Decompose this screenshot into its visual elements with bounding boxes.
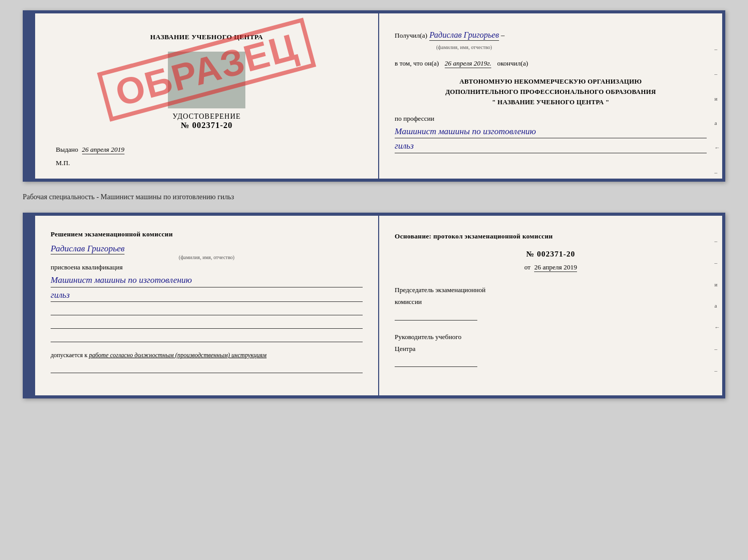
bottom-left-panel: Решением экзаменационной комиссии Радисл… bbox=[35, 216, 379, 395]
top-right-panel: Получил(а) Радислав Григорьев (фамилия, … bbox=[379, 13, 722, 179]
ot-date-line: от 26 апреля 2019 bbox=[395, 261, 707, 273]
predsedatel-block: Председатель экзаменационной комиссии bbox=[395, 284, 707, 321]
udostoverenie-block: УДОСТОВЕРЕНИЕ № 002371-20 bbox=[173, 113, 241, 130]
fio-label-bottom: (фамилия, имя, отчество) bbox=[51, 254, 363, 260]
org-block: АВТОНОМНУЮ НЕКОММЕРЧЕСКУЮ ОРГАНИЗАЦИЮ ДО… bbox=[395, 76, 707, 107]
rukovoditel-line2: Центра bbox=[395, 343, 707, 355]
dopuskaetsya-prefix: допускается к bbox=[51, 351, 87, 359]
completion-date: 26 апреля 2019г. bbox=[445, 59, 491, 68]
recipient-name-top: Радислав Григорьев bbox=[429, 30, 499, 41]
top-left-panel: НАЗВАНИЕ УЧЕБНОГО ЦЕНТРА УДОСТОВЕРЕНИЕ №… bbox=[35, 13, 379, 179]
org-line3: " НАЗВАНИЕ УЧЕБНОГО ЦЕНТРА " bbox=[395, 97, 707, 107]
section-label: Рабочая специальность - Машинист машины … bbox=[23, 191, 725, 203]
osnovanie-title: Основание: протокол экзаменационной коми… bbox=[395, 230, 707, 242]
profession-bottom: Машинист машины по изготовлению bbox=[51, 274, 363, 287]
bottom-right-panel: Основание: протокол экзаменационной коми… bbox=[379, 216, 722, 395]
dopuskaetsya-block: допускается к работе согласно должностны… bbox=[51, 350, 363, 360]
profession-top: Машинист машины по изготовлению bbox=[395, 125, 707, 139]
poluchil-line: Получил(а) Радислав Григорьев (фамилия, … bbox=[395, 28, 707, 52]
rukovoditel-line1: Руководитель учебного bbox=[395, 331, 707, 343]
org-line2: ДОПОЛНИТЕЛЬНОГО ПРОФЕССИОНАЛЬНОГО ОБРАЗО… bbox=[395, 87, 707, 97]
v-tom-line: в том, что он(а) 26 апреля 2019г. окончи… bbox=[395, 57, 707, 69]
rukovoditel-sig-line bbox=[395, 357, 477, 367]
top-doc-spine bbox=[26, 13, 35, 179]
blank-line-2 bbox=[51, 318, 363, 329]
poluchil-label: Получил(а) bbox=[395, 29, 427, 41]
ot-prefix: от bbox=[524, 263, 531, 271]
vydano-line: Выдано 26 апреля 2019 bbox=[56, 146, 124, 154]
cert-photo-placeholder bbox=[168, 52, 245, 108]
predsedatel-line2: комиссии bbox=[395, 296, 707, 308]
blank-line-1 bbox=[51, 305, 363, 315]
po-professii-label: по профессии bbox=[395, 113, 707, 124]
udostoverenie-title: УДОСТОВЕРЕНИЕ bbox=[173, 113, 241, 121]
profession-top-2: гильз bbox=[395, 139, 707, 153]
bottom-doc-spine bbox=[26, 216, 35, 395]
top-center-name: НАЗВАНИЕ УЧЕБНОГО ЦЕНТРА bbox=[150, 33, 263, 41]
top-document: НАЗВАНИЕ УЧЕБНОГО ЦЕНТРА УДОСТОВЕРЕНИЕ №… bbox=[23, 10, 725, 182]
vydano-date: 26 апреля 2019 bbox=[82, 146, 124, 154]
protocol-date: 26 апреля 2019 bbox=[534, 263, 577, 272]
rukovoditel-block: Руководитель учебного Центра bbox=[395, 331, 707, 367]
dopuskaetsya-text: работе согласно должностным (производств… bbox=[89, 351, 267, 359]
right-marks-top: – – и а ← – bbox=[714, 44, 720, 178]
protocol-number: № 002371-20 bbox=[395, 247, 707, 261]
org-line1: АВТОНОМНУЮ НЕКОММЕРЧЕСКУЮ ОРГАНИЗАЦИЮ bbox=[395, 76, 707, 87]
predsedatel-line1: Председатель экзаменационной bbox=[395, 284, 707, 296]
prisvoena-label: присвоена квалификация bbox=[51, 263, 363, 271]
profession-bottom-2: гильз bbox=[51, 289, 363, 302]
predsedatel-sig-line bbox=[395, 310, 477, 321]
okoncil-label: окончил(а) bbox=[497, 59, 528, 67]
right-marks-bottom: – – и а ← – – bbox=[714, 236, 720, 376]
dash: – bbox=[501, 29, 505, 42]
mp-label: М.П. bbox=[56, 159, 70, 167]
recipient-name-bottom: Радислав Григорьев bbox=[51, 244, 124, 254]
vydano-label: Выдано bbox=[56, 146, 78, 153]
resheniem-title: Решением экзаменационной комиссии bbox=[51, 230, 363, 238]
cert-number: № 002371-20 bbox=[173, 121, 241, 130]
recipient-name-bottom-wrapper: Радислав Григорьев bbox=[51, 244, 124, 254]
fio-label-top: (фамилия, имя, отчество) bbox=[429, 43, 499, 52]
v-tom-label: в том, что он(а) bbox=[395, 59, 439, 67]
blank-line-3 bbox=[51, 332, 363, 342]
bottom-document: Решением экзаменационной комиссии Радисл… bbox=[23, 213, 725, 398]
blank-line-4 bbox=[51, 363, 363, 373]
